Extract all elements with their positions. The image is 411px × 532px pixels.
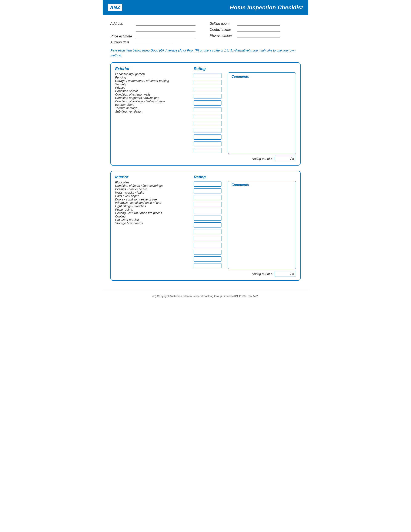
rating-input[interactable] [194,100,222,105]
rating-input[interactable] [194,202,222,207]
section-header-exterior: ExteriorRating [115,66,296,71]
rating-item-row [194,262,228,269]
rating-item-row [194,120,228,127]
rating-input[interactable] [194,141,222,146]
item-label: Garage / undercover / off-street parking [115,79,194,83]
rating-input[interactable] [194,236,222,241]
rating-input[interactable] [194,195,222,200]
rating-input[interactable] [194,107,222,112]
contact-name-label: Contact name [210,28,235,31]
rating-input[interactable] [194,148,222,153]
items-col-interior: Floor planCondition of floors / floor co… [115,181,194,269]
rating-input[interactable] [194,181,222,187]
item-label: Condition of roof [115,89,194,93]
rating-item-row [194,256,228,262]
rating-input[interactable] [194,222,222,228]
rating-input[interactable] [194,209,222,214]
rating-input[interactable] [194,134,222,140]
comments-col-exterior: Comments [228,72,296,154]
item-label: Security [115,83,194,86]
item-label: Floor plan [115,181,194,184]
item-label: Exterior doors [115,103,194,106]
item-label: Condition of floors / floor coverings [115,184,194,188]
item-label: Doors - condition / ease of use [115,198,194,201]
address-label: Address [110,22,134,26]
selling-agent-field-row: Selling agent [210,21,301,26]
rating-input[interactable] [194,114,222,119]
selling-agent-label: Selling agent [210,22,235,26]
page-header: ANZ Home Inspection Checklist [103,0,308,15]
rating-item-row [194,235,228,242]
item-label: Walls - cracks / leaks [115,191,194,194]
rating-item-row [194,215,228,221]
rating-input[interactable] [194,216,222,221]
rating-item-row [194,100,228,106]
rating-out-box-exterior[interactable]: / 5 [275,156,296,161]
rating-out-row-interior: Rating out of 5/ 5 [115,271,296,276]
page-title: Home Inspection Checklist [230,4,303,11]
rating-item-row [194,249,228,256]
item-label: Heating - central / open fire places [115,211,194,215]
contact-name-input[interactable] [237,27,280,31]
address-input-2[interactable] [136,27,196,31]
item-label: Landscaping / garden [115,72,194,76]
rating-col-exterior [194,72,228,154]
form-area: Address Price estimate Auction date Sell… [103,15,308,289]
item-label: Sub-floor ventilation [115,110,194,113]
rating-title-exterior: Rating [194,66,228,71]
comments-label-exterior: Comments [228,73,296,80]
address-input-1[interactable] [136,21,196,26]
item-label: Fencing [115,76,194,79]
rating-input[interactable] [194,229,222,234]
rating-input[interactable] [194,263,222,268]
comments-label-interior: Comments [228,181,296,188]
item-label: Condition of exterior walls [115,93,194,96]
rating-item-row [194,134,228,141]
item-label: Storage / cupboards [115,221,194,225]
rating-input[interactable] [194,188,222,193]
price-estimate-label: Price estimate [110,35,134,38]
price-field-row: Price estimate [110,34,201,38]
comments-col-interior: Comments [228,181,296,269]
rating-item-row [194,106,228,113]
auction-date-input[interactable] [136,39,172,44]
section-card-exterior: ExteriorRatingLandscaping / gardenFencin… [110,62,301,166]
rating-item-row [194,72,228,79]
rating-input[interactable] [194,243,222,248]
rating-input[interactable] [194,73,222,78]
rating-input[interactable] [194,87,222,92]
rating-input[interactable] [194,94,222,99]
price-estimate-input[interactable] [136,34,196,38]
phone-number-input[interactable] [237,33,280,38]
rating-item-row [194,188,228,194]
anz-logo-text: ANZ [108,4,122,11]
item-label: Light fittings / switches [115,205,194,208]
rating-out-box-interior[interactable]: / 5 [275,271,296,276]
rating-input[interactable] [194,128,222,133]
rating-item-row [194,93,228,100]
rating-item-row [194,113,228,120]
item-label: Power points [115,208,194,211]
rating-item-row [194,141,228,147]
rating-item-row [194,208,228,215]
sections-container: ExteriorRatingLandscaping / gardenFencin… [110,62,301,281]
rating-input[interactable] [194,256,222,262]
selling-agent-input[interactable] [237,21,280,26]
section-header-interior: InteriorRating [115,175,296,179]
item-label: Condition of footings / timber stumps [115,100,194,103]
rating-item-row [194,147,228,154]
section-body-interior: Floor planCondition of floors / floor co… [115,181,296,269]
item-label: Windows - condition / ease of use [115,201,194,205]
section-title-interior: Interior [115,175,194,179]
rating-input[interactable] [194,80,222,85]
rating-item-row [194,127,228,134]
rating-input[interactable] [194,250,222,255]
rating-out-label-interior: Rating out of 5 [252,272,272,276]
footer: (C) Copyright Australia and New Zealand … [103,291,308,302]
rating-input[interactable] [194,121,222,126]
rating-item-row [194,79,228,86]
item-label: Termite damage [115,106,194,110]
footer-text: (C) Copyright Australia and New Zealand … [152,294,259,298]
left-fields: Address Price estimate Auction date [110,21,201,44]
item-label: Paint / wall paper [115,194,194,198]
